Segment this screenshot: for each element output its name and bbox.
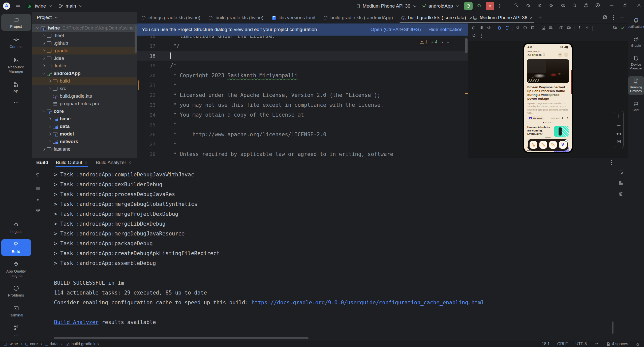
volume-down-button[interactable]: [486, 25, 491, 31]
tree-row[interactable]: fastlane: [32, 145, 137, 153]
sidebar-item-problems[interactable]: Problems: [1, 283, 31, 300]
upload-button[interactable]: [577, 25, 582, 31]
tree-chevron-icon[interactable]: [41, 48, 46, 54]
sidebar-item-pull-requests[interactable]: PR: [1, 79, 31, 96]
inspections-widget-status[interactable]: [594, 342, 599, 346]
editor-tab[interactable]: build.gradle.kts (twine): [204, 12, 267, 23]
vcs-branch-widget[interactable]: main: [58, 3, 83, 9]
line-number[interactable]: 17: [137, 43, 156, 49]
hide-panel-button[interactable]: [620, 15, 625, 21]
caret-position-widget[interactable]: 18:1: [542, 342, 550, 346]
scrollbar-warning-mark[interactable]: [465, 93, 468, 94]
open-project-structure-link[interactable]: Open (Ctrl+Alt+Shift+S): [371, 27, 421, 32]
code-editor[interactable]: 16 * limitations under the License. 17 *…: [137, 36, 468, 158]
sidebar-item-gradle[interactable]: Gradle: [628, 35, 644, 49]
minimize-window-button[interactable]: [609, 3, 614, 9]
encoding-widget[interactable]: UTF-8: [575, 342, 587, 346]
tree-chevron-icon[interactable]: [47, 139, 52, 144]
screen-record-button[interactable]: [567, 25, 571, 31]
main-menu-button[interactable]: [16, 3, 21, 9]
sidebar-item-app-quality-insights[interactable]: App Quality Insights: [1, 259, 31, 280]
hide-notification-link[interactable]: Hide notification: [428, 27, 463, 32]
line-number[interactable]: 23: [137, 102, 156, 108]
tree-chevron-icon[interactable]: [47, 93, 52, 99]
indent-widget[interactable]: 4 spaces: [606, 342, 628, 346]
android-home-button[interactable]: [523, 25, 528, 31]
tree-chevron-icon[interactable]: [47, 86, 52, 91]
clear-output-button[interactable]: [618, 191, 623, 198]
zoom-in-button[interactable]: [616, 114, 621, 120]
tree-chevron-icon[interactable]: [41, 71, 46, 76]
tree-row[interactable]: .github: [32, 39, 137, 47]
line-ending-widget[interactable]: CRLF: [557, 342, 568, 346]
device-settings-button[interactable]: [541, 25, 546, 31]
line-number[interactable]: 20: [137, 73, 156, 78]
build-output-console[interactable]: > Task :androidApp:compileDebugJavaWithJ…: [44, 167, 628, 341]
line-number[interactable]: 26: [137, 132, 156, 137]
attach-debugger-button[interactable]: [549, 3, 554, 9]
run-configuration-selector[interactable]: androidApp: [421, 3, 460, 9]
screen-inspector-button[interactable]: [613, 25, 618, 31]
line-number[interactable]: 16: [137, 36, 156, 39]
tree-chevron-icon[interactable]: [47, 78, 52, 84]
hide-build-panel-button[interactable]: [619, 159, 624, 166]
reset-view-button[interactable]: [472, 33, 476, 39]
search-everywhere-button[interactable]: [572, 3, 577, 9]
build-horizontal-scrollbar[interactable]: [54, 337, 309, 339]
project-widget[interactable]: twine: [26, 3, 53, 9]
tree-row[interactable]: data: [32, 123, 137, 130]
build-project-button[interactable]: [514, 3, 519, 9]
tree-row[interactable]: proguard-rules.pro: [32, 100, 137, 108]
tree-row[interactable]: .kotlin: [32, 62, 137, 70]
rotate-right-button[interactable]: [505, 25, 509, 31]
tree-row[interactable]: twine E:\Project\Demo\KmpDemo\twine: [32, 24, 137, 32]
download-button[interactable]: [585, 25, 590, 31]
editor-tab[interactable]: build.gradle.kts (:core:data): [397, 12, 477, 23]
screenshot-button[interactable]: [559, 25, 564, 31]
tree-chevron-icon[interactable]: [41, 40, 46, 46]
zoom-fit-button[interactable]: [616, 139, 621, 145]
open-in-window-button[interactable]: [602, 15, 607, 21]
build-vertical-scrollbar[interactable]: [612, 322, 614, 334]
rerun-build-button[interactable]: [36, 173, 41, 179]
line-number[interactable]: 27: [137, 142, 156, 147]
stop-button[interactable]: [486, 2, 494, 10]
sidebar-item-device-manager[interactable]: Device Manager: [628, 54, 644, 72]
tree-chevron-icon[interactable]: [35, 25, 40, 31]
zoom-out-button[interactable]: [616, 123, 621, 129]
line-number[interactable]: 24: [137, 112, 156, 118]
tree-chevron-icon[interactable]: [41, 56, 46, 61]
rerun-button[interactable]: [464, 2, 473, 10]
project-scrollbar[interactable]: [135, 25, 137, 53]
power-button[interactable]: [471, 25, 476, 31]
line-number[interactable]: 28: [137, 151, 156, 157]
line-number[interactable]: 25: [137, 122, 156, 127]
editor-tab[interactable]: build.gradle.kts (:androidApp): [319, 12, 397, 23]
tree-row[interactable]: core: [32, 108, 137, 115]
zoom-1to1-button[interactable]: 1:1: [617, 132, 621, 136]
volume-up-button[interactable]: [479, 25, 484, 31]
tree-chevron-icon[interactable]: [41, 146, 46, 152]
close-window-button[interactable]: [636, 3, 641, 9]
sidebar-item-running-devices[interactable]: Running Devices: [628, 76, 644, 95]
breadcrumb[interactable]: build.gradle.kts: [65, 342, 99, 346]
build-picker-button[interactable]: [537, 3, 542, 9]
tree-chevron-icon[interactable]: [41, 33, 46, 38]
line-number[interactable]: 22: [137, 92, 156, 98]
virtual-keyboard-button[interactable]: [548, 25, 553, 31]
build-output-link[interactable]: Build Analyzer: [54, 319, 99, 325]
tree-row[interactable]: model: [32, 130, 137, 138]
more-run-options-button[interactable]: [498, 3, 501, 9]
tree-row[interactable]: .gradle: [32, 47, 137, 55]
panel-options-button[interactable]: [612, 14, 615, 21]
emulator-screen[interactable]: 4:09 5G MON, DEC 22 All articles: [524, 44, 572, 152]
editor-tab[interactable]: ettings.gradle.kts (twine): [137, 12, 204, 23]
device-selector[interactable]: Medium Phone API 36: [356, 3, 417, 9]
tree-row[interactable]: .fleet: [32, 32, 137, 39]
sidebar-item-chat[interactable]: Chat: [628, 99, 644, 114]
gradle-sync-button[interactable]: [560, 3, 565, 9]
tab-build-analyzer[interactable]: Build Analyzer: [95, 158, 132, 167]
sidebar-item-build[interactable]: Build: [1, 239, 31, 256]
sidebar-item-terminal[interactable]: Terminal: [1, 303, 31, 319]
apply-changes-button[interactable]: [526, 3, 531, 9]
